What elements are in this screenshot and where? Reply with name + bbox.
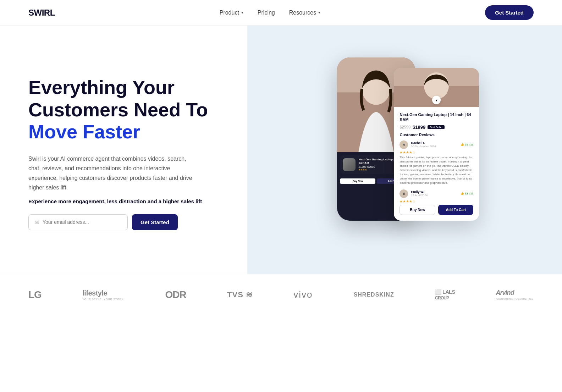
review-panel-body: Next-Gen Gaming Laptop | 14 Inch | 64 RA… [394,107,479,205]
review-stars-1: ★★★★☆ [400,150,473,154]
get-started-button[interactable]: Get Started [132,214,178,230]
product-price-new: $2500 [367,165,375,169]
review-panel: ▾ Next-Gen Gaming Laptop | 14 Inch | 64 … [394,68,479,221]
logo-lifestyle: lifestyle YOUR STYLE. YOUR STORY. [82,288,124,301]
reviewer-name-2: Emily W. [411,190,457,194]
best-seller-badge: Best Seller [428,125,445,129]
reviewer-meta-1: Rachel T. 30 September 2024 [411,141,457,148]
phone-buy-button[interactable]: Buy Now [340,178,375,184]
logo-arvind: Arvind FASHIONING POSSIBILITIES [496,289,534,300]
panel-action-buttons: Buy Now Add To Cart [394,205,479,221]
panel-buy-button[interactable]: Buy Now [400,205,435,215]
nav-resources[interactable]: Resources ▾ [289,10,320,16]
review-stars-2: ★★★★☆ [400,199,473,203]
nav-cta-button[interactable]: Get Started [485,5,534,20]
reviewer-name-1: Rachel T. [411,141,457,145]
nav-pricing[interactable]: Pricing [258,10,275,16]
product-thumbnail [343,158,356,171]
logo-vivo: vivo [293,289,313,300]
hero-section: Everything Your Customers Need To Move F… [0,26,562,274]
hero-description: Swirl is your AI commerce agent that com… [28,154,199,193]
email-input[interactable] [43,219,122,225]
reviewer-helpful-1: 👍 51 | 11 [461,143,474,146]
hero-title-line1: Everything Your [28,77,175,98]
panel-chevron-icon[interactable]: ▾ [432,96,441,104]
logo: SWIRL [28,8,55,18]
hero-left: Everything Your Customers Need To Move F… [0,26,247,274]
reviewer-helpful-2: 👍 22 | 11 [461,192,474,195]
hero-right: ❤ 🔖 🛍 ↗ Next-Gen Gaming Laptop | 14 Inch… [247,26,562,274]
nav-product-label: Product [220,10,239,16]
nav-resources-label: Resources [289,10,316,16]
email-input-wrap[interactable]: ✉ [28,214,128,230]
logo-lg: LG [28,289,42,300]
reviewer-meta-2: Emily W. 13 April 2024 [411,190,457,197]
logo-tvs: TVS ≋ [227,290,253,299]
panel-cart-button[interactable]: Add To Cart [438,205,473,215]
navbar: SWIRL Product ▾ Pricing Resources ▾ Get … [0,0,562,26]
panel-price-new: $1999 [413,125,425,130]
email-form: ✉ Get Started [28,214,219,230]
email-icon: ✉ [34,219,39,226]
phone-scene: ❤ 🔖 🛍 ↗ Next-Gen Gaming Laptop | 14 Inch… [330,57,479,242]
nav-links: Product ▾ Pricing Resources ▾ [220,10,321,16]
panel-product-title: Next-Gen Gaming Laptop | 14 Inch | 64 RA… [400,112,473,122]
chevron-down-icon: ▾ [241,10,243,15]
chevron-down-icon-2: ▾ [318,10,320,15]
panel-prices: $2599 $1999 Best Seller [400,125,473,130]
review-item-1: R Rachel T. 30 September 2024 👍 51 | 11 … [400,140,473,185]
reviewer-date-2: 13 April 2024 [411,194,457,197]
logo-odr: ODR [165,289,186,300]
panel-price-old: $2599 [400,125,411,129]
hero-cta-text: Experience more engagement, less distrac… [28,198,219,204]
nav-pricing-label: Pricing [258,10,275,16]
reviews-section-title: Customer Reviews [400,133,473,137]
review-panel-image: ▾ [394,68,479,107]
nav-product[interactable]: Product ▾ [220,10,243,16]
review-item-2: E Emily W. 13 April 2024 👍 22 | 11 ★★★★☆… [400,189,473,205]
reviewer-avatar-2: E [400,189,408,198]
logo-shredskinz: SHREDSKINZ [354,292,394,298]
logo-lals: ⬜ LALS GROUP [435,288,455,301]
hero-title: Everything Your Customers Need To Move F… [28,76,219,142]
reviewer-avatar-1: R [400,140,408,149]
hero-title-line2: Customers Need To [28,99,208,120]
logos-section: LG lifestyle YOUR STYLE. YOUR STORY. ODR… [0,274,562,315]
product-price-old: $1200 [358,165,366,169]
review-text-1: This 14-inch gaming laptop is a marvel o… [400,155,473,185]
hero-title-accent: Move Faster [28,121,140,142]
reviewer-date-1: 30 September 2024 [411,145,457,148]
